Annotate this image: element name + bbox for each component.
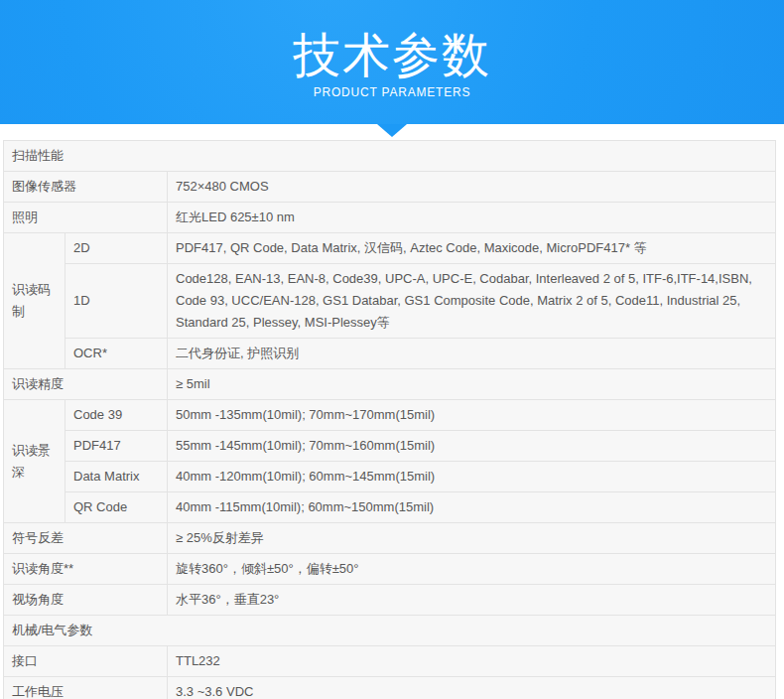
row-label: 符号反差 xyxy=(4,523,168,554)
row-dof-qrcode: QR Code 40mm -115mm(10mil); 60mm~150mm(1… xyxy=(4,492,776,523)
row-value: 40mm -120mm(10mil); 60mm~145mm(15mil) xyxy=(168,462,776,492)
row-symbology-ocr: OCR* 二代身份证, 护照识别 xyxy=(4,339,776,369)
row-value: 二代身份证, 护照识别 xyxy=(168,339,776,369)
row-value: 水平36°，垂直23° xyxy=(168,585,776,616)
spec-table: 扫描性能 图像传感器 752×480 CMOS 照明 红光LED 625±10 … xyxy=(3,140,776,699)
row-sublabel: QR Code xyxy=(65,492,168,523)
section-title: 扫描性能 xyxy=(4,141,776,172)
row-value: ≥ 25%反射差异 xyxy=(168,523,776,554)
row-value: 55mm -145mm(10mil); 70mm~160mm(15mil) xyxy=(168,431,776,462)
row-value: TTL232 xyxy=(168,646,776,677)
row-symbology-1d: 1D Code128, EAN-13, EAN-8, Code39, UPC-A… xyxy=(4,264,776,339)
section-row-electrical: 机械/电气参数 xyxy=(4,616,776,646)
row-value: 50mm -135mm(10mil); 70mm~170mm(15mil) xyxy=(168,400,776,431)
row-precision: 识读精度 ≥ 5mil xyxy=(4,369,776,400)
row-dof-datamatrix: Data Matrix 40mm -120mm(10mil); 60mm~145… xyxy=(4,462,776,492)
row-sublabel: Data Matrix xyxy=(65,462,168,492)
row-symbol-contrast: 符号反差 ≥ 25%反射差异 xyxy=(4,523,776,554)
row-symbology-2d: 识读码制 2D PDF417, QR Code, Data Matrix, 汉信… xyxy=(4,233,776,264)
row-sublabel: OCR* xyxy=(65,339,168,369)
row-label: 照明 xyxy=(4,203,168,233)
row-illumination: 照明 红光LED 625±10 nm xyxy=(4,203,776,233)
row-value: 3.3 ~3.6 VDC xyxy=(168,677,776,699)
arrow-down-icon xyxy=(377,124,407,137)
row-value: 红光LED 625±10 nm xyxy=(168,203,776,233)
page-title: 技术参数 xyxy=(0,0,784,83)
row-value: 旋转360°，倾斜±50°，偏转±50° xyxy=(168,554,776,585)
row-dof-pdf417: PDF417 55mm -145mm(10mil); 70mm~160mm(15… xyxy=(4,431,776,462)
row-value: PDF417, QR Code, Data Matrix, 汉信码, Aztec… xyxy=(168,233,776,264)
row-label: 接口 xyxy=(4,646,168,677)
row-label: 识读精度 xyxy=(4,369,168,400)
row-label: 视场角度 xyxy=(4,585,168,616)
spec-table-container: 扫描性能 图像传感器 752×480 CMOS 照明 红光LED 625±10 … xyxy=(3,140,784,699)
hero-banner: 技术参数 PRODUCT PARAMETERS xyxy=(0,0,784,124)
row-sublabel: 1D xyxy=(65,264,168,339)
row-sublabel: Code 39 xyxy=(65,400,168,431)
row-image-sensor: 图像传感器 752×480 CMOS xyxy=(4,172,776,203)
row-value: 752×480 CMOS xyxy=(168,172,776,203)
row-label: 图像传感器 xyxy=(4,172,168,203)
page-subtitle: PRODUCT PARAMETERS xyxy=(0,85,784,99)
row-value: ≥ 5mil xyxy=(168,369,776,400)
row-sublabel: PDF417 xyxy=(65,431,168,462)
row-reading-angle: 识读角度** 旋转360°，倾斜±50°，偏转±50° xyxy=(4,554,776,585)
row-label: 工作电压 xyxy=(4,677,168,699)
group-label-symbology: 识读码制 xyxy=(4,233,65,369)
row-value: 40mm -115mm(10mil); 60mm~150mm(15mil) xyxy=(168,492,776,523)
row-value: Code128, EAN-13, EAN-8, Code39, UPC-A, U… xyxy=(168,264,776,339)
section-row-scan: 扫描性能 xyxy=(4,141,776,172)
row-field-of-view: 视场角度 水平36°，垂直23° xyxy=(4,585,776,616)
section-title: 机械/电气参数 xyxy=(4,616,776,646)
row-sublabel: 2D xyxy=(65,233,168,264)
group-label-depth-of-field: 识读景深 xyxy=(4,400,65,523)
row-label: 识读角度** xyxy=(4,554,168,585)
row-interface: 接口 TTL232 xyxy=(4,646,776,677)
row-voltage: 工作电压 3.3 ~3.6 VDC xyxy=(4,677,776,699)
row-dof-code39: 识读景深 Code 39 50mm -135mm(10mil); 70mm~17… xyxy=(4,400,776,431)
